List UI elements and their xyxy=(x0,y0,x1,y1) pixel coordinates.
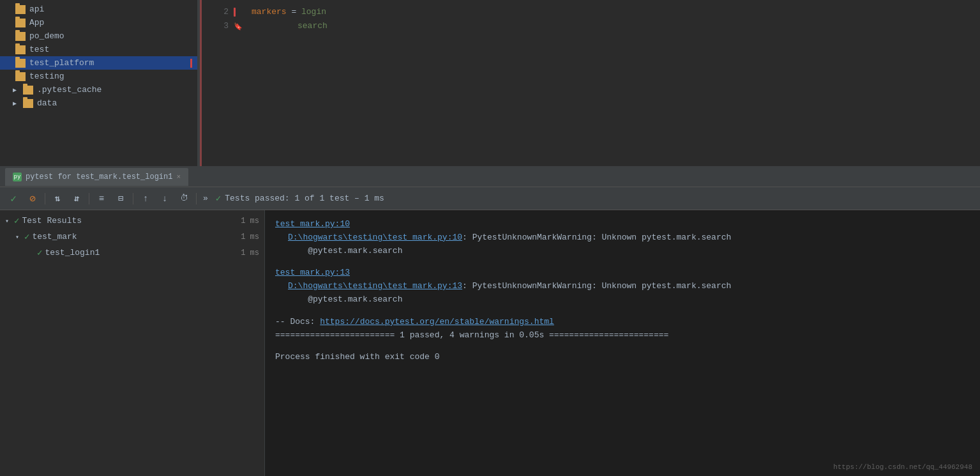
file-item-label: data xyxy=(37,98,57,108)
sort-desc-button[interactable]: ⇵ xyxy=(68,190,85,207)
watermark: https://blog.csdn.net/qq_44962948 xyxy=(833,463,972,471)
folder-icon xyxy=(15,5,26,14)
code-continuation: search xyxy=(252,19,328,33)
file-item-pytest_cache[interactable]: ▶ .pytest_cache xyxy=(0,83,197,96)
prev-button[interactable]: ↑ xyxy=(137,190,154,207)
output-process-end: Process finished with exit code 0 xyxy=(275,351,970,364)
folder-icon xyxy=(23,99,33,108)
toolbar-separator xyxy=(196,193,197,204)
check-button[interactable]: ✓ xyxy=(5,190,22,207)
file-item-label: App xyxy=(29,18,44,27)
file-item-api[interactable]: api xyxy=(0,3,197,16)
tab-bar: py pytest for test_mark.test_login1 × xyxy=(0,167,980,187)
tree-item-root[interactable]: ▾ ✓ Test Results 1 ms xyxy=(0,213,264,229)
output-docs-link[interactable]: https://docs.pytest.org/en/stable/warnin… xyxy=(320,317,554,326)
output-path-link-2[interactable]: D:\hogwarts\testing\test_mark.py:13 xyxy=(288,281,462,291)
tab-close-button[interactable]: × xyxy=(176,173,181,181)
file-item-app[interactable]: App xyxy=(0,16,197,29)
output-spacer xyxy=(275,307,970,316)
content-area: ▾ ✓ Test Results 1 ms ▾ ✓ test_mark 1 ms… xyxy=(0,210,980,476)
output-path-link-1[interactable]: D:\hogwarts\testing\test_mark.py:10 xyxy=(288,233,462,242)
bottom-panel: py pytest for test_mark.test_login1 × ✓ … xyxy=(0,166,980,476)
align-right-button[interactable]: ⊟ xyxy=(112,190,129,207)
stop-button[interactable]: ⊘ xyxy=(24,190,41,207)
tree-item-duration: 1 ms xyxy=(241,217,259,226)
folder-icon xyxy=(15,19,26,27)
output-link-2[interactable]: test_mark.py:13 xyxy=(275,268,350,277)
line-error-indicator xyxy=(234,8,236,17)
tree-item-test_mark[interactable]: ▾ ✓ test_mark 1 ms xyxy=(0,229,264,245)
line-number: 3 xyxy=(202,19,229,33)
file-item-test[interactable]: test xyxy=(0,43,197,56)
sort-asc-button[interactable]: ⇅ xyxy=(49,190,66,207)
file-item-data[interactable]: ▶ data xyxy=(0,96,197,110)
folder-icon xyxy=(15,32,26,41)
output-spacer xyxy=(275,257,970,266)
code-keyword: markers xyxy=(252,5,287,19)
output-block-1: test_mark.py:10 D:\hogwarts\testing\test… xyxy=(275,218,970,257)
test-tree: ▾ ✓ Test Results 1 ms ▾ ✓ test_mark 1 ms… xyxy=(0,210,265,476)
next-button[interactable]: ↓ xyxy=(156,190,173,207)
output-warning-1: D:\hogwarts\testing\test_mark.py:10: Pyt… xyxy=(275,231,970,245)
history-button[interactable]: ⏱ xyxy=(176,190,192,207)
tree-chevron-icon: ▾ xyxy=(15,233,24,241)
scroll-error-gutter xyxy=(200,0,202,166)
output-link-1[interactable]: test_mark.py:10 xyxy=(275,219,350,229)
pytest-icon: py xyxy=(13,173,22,181)
file-item-test_platform[interactable]: test_platform xyxy=(0,56,197,70)
tree-item-test_login1[interactable]: ✓ test_login1 1 ms xyxy=(0,245,264,261)
tree-check-icon: ✓ xyxy=(14,215,19,226)
code-line-2: markers = login xyxy=(252,5,980,19)
test-status: ✓ Tests passed: 1 of 1 test – 1 ms xyxy=(216,193,384,204)
toolbar-separator xyxy=(89,193,89,204)
expand-button[interactable]: » xyxy=(200,194,211,203)
align-left-button[interactable]: ≡ xyxy=(93,190,110,207)
tree-item-duration: 1 ms xyxy=(241,233,259,242)
folder-icon xyxy=(23,86,33,95)
output-warning-2: D:\hogwarts\testing\test_mark.py:13: Pyt… xyxy=(275,280,970,293)
folder-icon xyxy=(15,59,26,68)
output-block-2: test_mark.py:13 D:\hogwarts\testing\test… xyxy=(275,266,970,306)
file-item-label: testing xyxy=(29,72,64,81)
output-warning-msg-1: : PytestUnknownMarkWarning: Unknown pyte… xyxy=(462,233,731,242)
tree-item-duration: 1 ms xyxy=(241,249,259,257)
toolbar-separator xyxy=(45,193,45,204)
output-decorator-2: @pytest.mark.search xyxy=(275,293,970,307)
tree-chevron-icon: ▾ xyxy=(5,217,14,225)
file-explorer: api App po_demo test test_platform testi… xyxy=(0,0,198,166)
file-item-label: .pytest_cache xyxy=(37,85,102,95)
tree-item-label: test_login1 xyxy=(45,248,241,257)
output-warning-msg-2: : PytestUnknownMarkWarning: Unknown pyte… xyxy=(462,281,731,291)
code-editor: 2 3 🔖 markers = login search xyxy=(198,0,980,166)
bookmark-icon: 🔖 xyxy=(234,22,243,31)
folder-icon xyxy=(15,72,26,81)
toolbar: ✓ ⊘ ⇅ ⇵ ≡ ⊟ ↑ ↓ ⏱ » ✓ Tests passed: 1 of… xyxy=(0,187,980,210)
folder-icon xyxy=(15,45,26,54)
output-decorator-1: @pytest.mark.search xyxy=(275,245,970,258)
output-spacer xyxy=(275,342,970,351)
code-content: markers = login search xyxy=(245,0,980,166)
chevron-icon: ▶ xyxy=(13,86,20,94)
tree-item-label: test_mark xyxy=(32,232,241,242)
line-numbers: 2 3 xyxy=(202,0,234,166)
file-item-testing[interactable]: testing xyxy=(0,70,197,83)
file-item-po_demo[interactable]: po_demo xyxy=(0,29,197,43)
output-docs-line: -- Docs: https://docs.pytest.org/en/stab… xyxy=(275,316,970,329)
tree-check-icon: ✓ xyxy=(24,231,29,242)
code-value: login xyxy=(301,5,326,19)
status-check-icon: ✓ xyxy=(216,193,221,204)
file-item-label: po_demo xyxy=(29,31,64,41)
pytest-tab[interactable]: py pytest for test_mark.test_login1 × xyxy=(5,168,188,186)
tree-check-icon: ✓ xyxy=(37,247,42,258)
chevron-icon: ▶ xyxy=(13,100,20,107)
output-docs-prefix: -- Docs: xyxy=(275,317,320,326)
output-summary: ======================== 1 passed, 4 war… xyxy=(275,329,970,342)
tree-item-label: Test Results xyxy=(22,216,241,226)
status-text: Tests passed: 1 of 1 test – 1 ms xyxy=(225,194,384,203)
line-number: 2 xyxy=(202,5,229,19)
code-line-3: search xyxy=(252,19,980,33)
file-item-label: api xyxy=(29,4,44,14)
file-item-label: test_platform xyxy=(29,58,94,68)
output-panel: test_mark.py:10 D:\hogwarts\testing\test… xyxy=(265,210,980,476)
git-modified-indicator xyxy=(190,59,192,68)
